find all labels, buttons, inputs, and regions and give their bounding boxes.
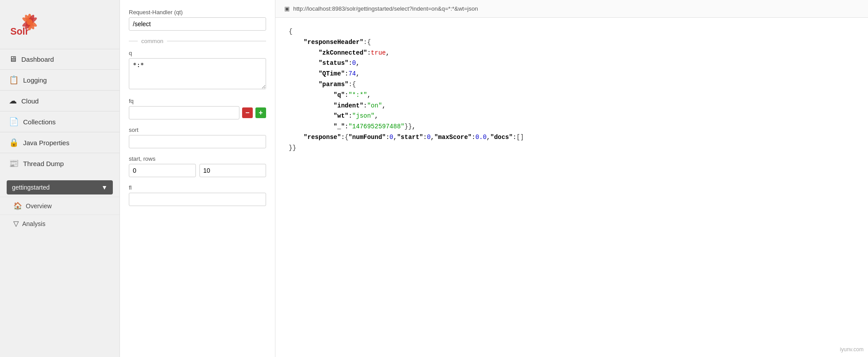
sidebar-item-label: Logging (23, 76, 47, 84)
sub-nav-label: Analysis (22, 220, 45, 227)
chevron-down-icon: ▼ (101, 184, 108, 191)
thread-dump-icon: 📰 (9, 159, 19, 168)
json-line: "status":0, (289, 58, 855, 69)
q-group: q *:* (129, 50, 266, 91)
collection-name: gettingstarted (12, 184, 50, 191)
json-line: }} (289, 143, 855, 154)
fl-input[interactable] (129, 193, 266, 206)
json-line: "response":{"numFound":0,"start":0,"maxS… (289, 132, 855, 143)
fl-label: fl (129, 184, 266, 191)
sort-input[interactable] (129, 135, 266, 148)
sidebar: Solr 🖥 Dashboard 📋 Logging ☁ Cloud 📄 Col… (0, 0, 120, 357)
fq-label: fq (129, 98, 266, 104)
content-area: Request-Handler (qt) common q *:* fq − +… (120, 0, 868, 357)
fq-group: fq − + (129, 98, 266, 119)
sort-label: sort (129, 127, 266, 133)
sidebar-item-cloud[interactable]: ☁ Cloud (0, 90, 119, 111)
request-handler-input[interactable] (129, 17, 266, 31)
section-common-label: common (141, 38, 163, 44)
form-panel: Request-Handler (qt) common q *:* fq − +… (120, 0, 275, 357)
json-line: { (289, 27, 855, 37)
json-line: "zkConnected":true, (289, 48, 855, 59)
cloud-icon: ☁ (9, 96, 17, 106)
sort-group: sort (129, 127, 266, 148)
sidebar-item-label: Cloud (21, 97, 39, 105)
analysis-icon: ▽ (13, 219, 19, 228)
start-rows-inputs (129, 164, 266, 177)
logo-area: Solr (0, 0, 119, 44)
json-line: "q":"*:*", (289, 90, 855, 101)
fq-row: − + (129, 106, 266, 119)
url-text: http://localhost:8983/solr/gettingstarte… (293, 5, 478, 12)
sub-nav: 🏠 Overview ▽ Analysis (0, 197, 119, 232)
json-line: "params":{ (289, 79, 855, 90)
json-line: "QTime":74, (289, 69, 855, 79)
fq-add-button[interactable]: + (255, 107, 266, 118)
sidebar-item-thread-dump[interactable]: 📰 Thread Dump (0, 153, 119, 174)
json-line: "wt":"json", (289, 111, 855, 122)
start-rows-group: start, rows (129, 155, 266, 177)
overview-icon: 🏠 (13, 202, 22, 210)
request-handler-group: Request-Handler (qt) (129, 9, 266, 31)
sidebar-item-collections[interactable]: 📄 Collections (0, 111, 119, 132)
fq-remove-button[interactable]: − (242, 107, 253, 118)
sidebar-item-label: Java Properties (23, 139, 69, 147)
rows-input[interactable] (199, 164, 267, 177)
fq-input[interactable] (129, 106, 239, 119)
section-divider-common: common (129, 38, 266, 44)
collection-selector: gettingstarted ▼ (7, 180, 113, 194)
dashboard-icon: 🖥 (9, 55, 17, 64)
q-label: q (129, 50, 266, 56)
q-input[interactable]: *:* (129, 58, 266, 89)
java-properties-icon: 🔒 (9, 138, 19, 147)
svg-text:Solr: Solr (10, 26, 28, 37)
svg-point-5 (27, 19, 32, 25)
url-icon: ▣ (284, 5, 290, 12)
json-line: "responseHeader":{ (289, 37, 855, 48)
json-line: "_":"1476952597488"}}, (289, 122, 855, 132)
start-input[interactable] (129, 164, 196, 177)
url-bar: ▣ http://localhost:8983/solr/gettingstar… (275, 0, 868, 18)
request-handler-label: Request-Handler (qt) (129, 9, 266, 16)
sidebar-item-label: Collections (23, 118, 56, 126)
sidebar-item-dashboard[interactable]: 🖥 Dashboard (0, 49, 119, 69)
sidebar-item-java-properties[interactable]: 🔒 Java Properties (0, 132, 119, 153)
nav-items: 🖥 Dashboard 📋 Logging ☁ Cloud 📄 Collecti… (0, 49, 119, 174)
sidebar-item-label: Dashboard (21, 56, 54, 63)
fl-group: fl (129, 184, 266, 206)
sub-nav-label: Overview (26, 202, 52, 210)
watermark: iyunv.com (840, 346, 864, 353)
json-output: { "responseHeader":{ "zkConnected":true,… (275, 18, 868, 357)
sidebar-item-label: Thread Dump (23, 160, 64, 167)
collection-select-button[interactable]: gettingstarted ▼ (7, 180, 113, 194)
main-content: Request-Handler (qt) common q *:* fq − +… (120, 0, 868, 357)
logging-icon: 📋 (9, 75, 19, 85)
sidebar-item-logging[interactable]: 📋 Logging (0, 69, 119, 90)
solr-logo: Solr (9, 9, 44, 40)
sub-nav-item-analysis[interactable]: ▽ Analysis (0, 214, 119, 232)
start-rows-label: start, rows (129, 155, 266, 162)
sub-nav-item-overview[interactable]: 🏠 Overview (0, 197, 119, 214)
json-line: "indent":"on", (289, 101, 855, 111)
result-panel: ▣ http://localhost:8983/solr/gettingstar… (275, 0, 868, 357)
collections-icon: 📄 (9, 117, 19, 127)
